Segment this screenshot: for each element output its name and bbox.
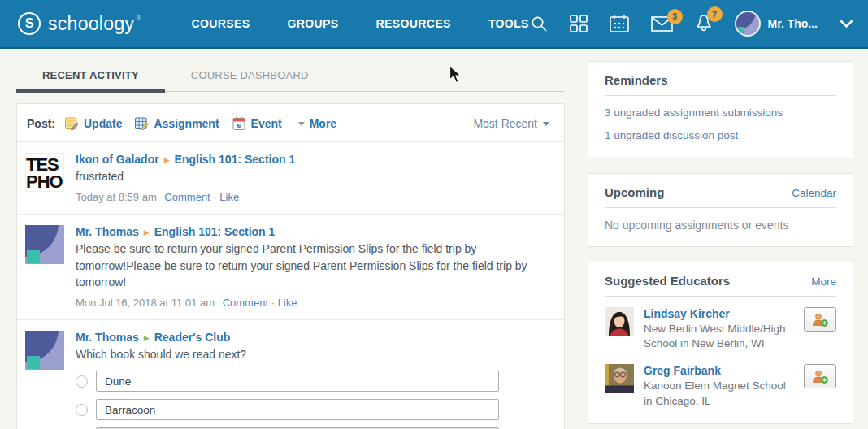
suggested-educator-row: Lindsay Kircher New Berlin West Middle/H… (605, 307, 836, 351)
user-menu[interactable]: Mr. Tho... (735, 11, 818, 37)
like-link[interactable]: Like (219, 191, 239, 203)
educator-name-link[interactable]: Greg Fairbank (644, 364, 794, 377)
page-content: RECENT ACTIVITY COURSE DASHBOARD Post: U… (0, 47, 868, 429)
educator-school: New Berlin West Middle/High School in Ne… (644, 322, 794, 351)
post-assignment-button[interactable]: Assignment (135, 117, 219, 131)
post-timestamp: Mon Jul 16, 2018 at 11:01 am (76, 297, 215, 309)
post-more-button[interactable]: More (298, 117, 336, 130)
reminder-link-ungraded-assignments[interactable]: 3 ungraded assignment submissions (605, 106, 836, 119)
divider (605, 296, 836, 297)
upcoming-title: Upcoming (605, 185, 664, 199)
reminders-title: Reminders (605, 73, 668, 87)
right-sidebar: Reminders 3 ungraded assignment submissi… (588, 61, 853, 424)
suggested-educators-title: Suggested Educators (605, 274, 730, 288)
tab-recent-activity[interactable]: RECENT ACTIVITY (16, 61, 165, 91)
post-author-avatar[interactable] (25, 225, 64, 264)
sort-dropdown[interactable]: Most Recent (473, 117, 549, 130)
poll-option[interactable]: Dune (96, 370, 499, 392)
feed-post: Mr. Thomas▶English 101: Section 1 Please… (17, 214, 564, 319)
post-header: Mr. Thomas▶Reader's Club (76, 331, 549, 344)
poll-radio[interactable] (76, 375, 88, 388)
notifications-badge: 7 (707, 6, 723, 22)
user-name: Mr. Tho... (768, 17, 818, 30)
educator-school: Kanoon Elem Magnet School in Chicago, IL (644, 379, 794, 408)
post-author-avatar[interactable] (25, 331, 64, 370)
post-update-button[interactable]: Update (65, 117, 122, 131)
caret-down-icon (298, 122, 305, 126)
primary-nav: COURSES GROUPS RESOURCES TOOLS (191, 17, 528, 30)
post-label: Post: (27, 117, 55, 130)
tab-course-dashboard[interactable]: COURSE DASHBOARD (165, 61, 335, 91)
upcoming-empty-text: No upcoming assignments or events (605, 219, 836, 232)
poll-option[interactable]: Barracoon (96, 399, 499, 420)
reminders-card: Reminders 3 ungraded assignment submissi… (588, 61, 853, 158)
brand-registered-mark: ® (137, 15, 141, 20)
post-course-link[interactable]: English 101: Section 1 (154, 225, 276, 238)
nav-resources[interactable]: RESOURCES (376, 17, 451, 30)
poll-question: Which book should we read next? (76, 346, 549, 362)
navbar-actions: 3 7 Mr. Tho... (531, 11, 853, 37)
post-course-link[interactable]: English 101: Section 1 (175, 153, 296, 166)
post-body-text: Please be sure to return your signed Par… (76, 240, 549, 290)
more-link[interactable]: More (811, 275, 836, 288)
post-group-link[interactable]: Reader's Club (154, 331, 231, 344)
divider (605, 95, 836, 96)
add-user-icon (812, 313, 828, 327)
post-meta: Today at 8:59 am Comment · Like (76, 191, 549, 203)
home-tabs: RECENT ACTIVITY COURSE DASHBOARD (16, 61, 565, 92)
add-connection-button[interactable] (804, 307, 836, 332)
post-header: Ikon of Galador▶English 101: Section 1 (76, 153, 549, 166)
like-link[interactable]: Like (278, 297, 297, 309)
poll-option-row: Barracoon (76, 399, 549, 420)
breadcrumb-arrow-icon: ▶ (164, 156, 170, 164)
search-icon[interactable] (531, 15, 548, 32)
post-timestamp: Today at 8:59 am (76, 191, 157, 203)
assignment-icon (135, 117, 149, 131)
schoology-s-icon: S (18, 12, 41, 35)
feed-post: TES PHO Ikon of Galador▶English 101: Sec… (17, 141, 564, 214)
chevron-down-icon[interactable] (840, 20, 853, 28)
messages-badge: 3 (667, 9, 683, 24)
post-author-link[interactable]: Mr. Thomas (76, 225, 139, 238)
nav-groups[interactable]: GROUPS (288, 17, 339, 30)
app-grid-icon[interactable] (570, 15, 588, 32)
main-column: RECENT ACTIVITY COURSE DASHBOARD Post: U… (16, 61, 565, 429)
comment-link[interactable]: Comment (223, 297, 268, 309)
educator-name-link[interactable]: Lindsay Kircher (644, 307, 794, 320)
post-body-text: frusrtated (76, 168, 549, 184)
suggested-educator-row: Greg Fairbank Kanoon Elem Magnet School … (605, 364, 836, 408)
add-connection-button[interactable] (804, 364, 836, 388)
divider (605, 207, 836, 208)
educator-avatar[interactable] (605, 307, 634, 336)
nav-courses[interactable]: COURSES (191, 17, 250, 30)
upcoming-card: Upcoming Calendar No upcoming assignment… (588, 173, 853, 247)
post-author-link[interactable]: Ikon of Galador (76, 153, 159, 166)
user-avatar (735, 11, 761, 37)
notifications-bell-icon[interactable]: 7 (695, 14, 713, 33)
feed-post-poll: Mr. Thomas▶Reader's Club Which book shou… (17, 319, 564, 429)
messages-icon[interactable]: 3 (651, 16, 673, 32)
post-toolbar: Post: Update Assignment 6 Event More (17, 104, 564, 141)
poll: Dune Barracoon The Dispossessed 1 vote R… (76, 370, 549, 429)
poll-option-row: Dune (76, 370, 549, 392)
svg-text:6: 6 (237, 122, 241, 129)
activity-feed: Post: Update Assignment 6 Event More (16, 103, 565, 429)
educator-avatar[interactable] (605, 364, 634, 393)
reminder-link-ungraded-discussions[interactable]: 1 ungraded discussion post (605, 129, 836, 141)
nav-tools[interactable]: TOOLS (488, 17, 529, 30)
caret-down-icon (543, 122, 549, 126)
breadcrumb-arrow-icon: ▶ (144, 334, 150, 342)
event-icon: 6 (232, 116, 246, 131)
add-user-icon (812, 370, 828, 384)
comment-link[interactable]: Comment (164, 191, 210, 203)
update-icon (65, 117, 79, 131)
schoology-logo[interactable]: S schoology ® (18, 12, 141, 35)
calendar-icon[interactable] (610, 15, 629, 32)
suggested-educators-card: Suggested Educators More Lindsay Kircher… (588, 262, 853, 424)
post-author-link[interactable]: Mr. Thomas (76, 331, 139, 344)
calendar-link[interactable]: Calendar (792, 187, 836, 199)
post-author-avatar[interactable]: TES PHO (25, 153, 64, 192)
poll-radio[interactable] (76, 404, 88, 416)
top-navbar: S schoology ® COURSES GROUPS RESOURCES T… (0, 0, 868, 47)
post-event-button[interactable]: 6 Event (232, 116, 282, 131)
